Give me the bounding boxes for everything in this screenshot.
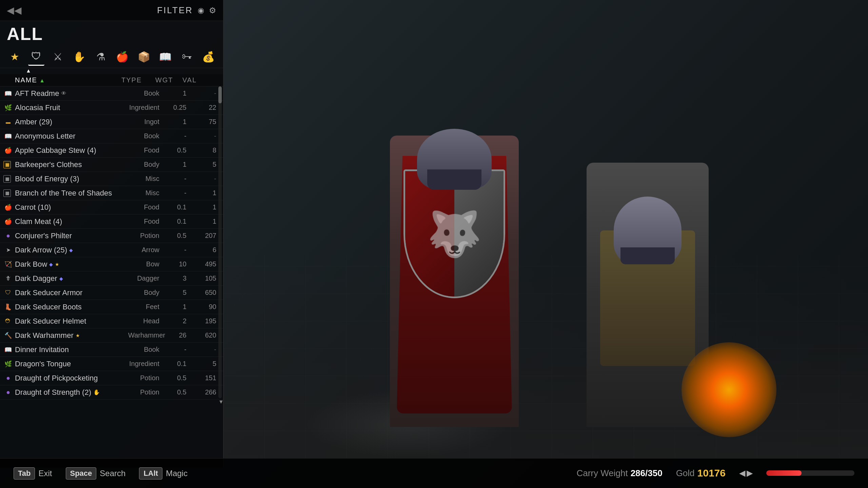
table-row[interactable]: ● Draught of Strength (2) ✋ Potion 0.5 2… bbox=[0, 385, 223, 400]
row-name: Clam Meat (4) bbox=[15, 217, 128, 226]
row-name: Dark Arrow (25) ◆ bbox=[15, 246, 128, 255]
table-row[interactable]: ⛑ Dark Seducer Helmet Head 2 195 bbox=[0, 314, 223, 328]
row-weight: 0.5 bbox=[162, 374, 189, 382]
all-title-text: ALL bbox=[7, 24, 43, 44]
nav-arrows: ◀ ▶ bbox=[739, 468, 753, 478]
cat-magic[interactable]: ✋ bbox=[71, 47, 87, 66]
row-icon-ingredient: 🌿 bbox=[3, 359, 13, 369]
hotkey-tab-group: Tab Exit bbox=[14, 467, 52, 480]
table-row[interactable]: 🌿 Dragon's Tongue Ingredient 0.1 5 bbox=[0, 357, 223, 371]
row-weight: 0.25 bbox=[162, 104, 189, 111]
table-row[interactable]: 🍎 Clam Meat (4) Food 0.1 1 bbox=[0, 215, 223, 229]
row-type: Body bbox=[128, 161, 162, 168]
row-name: Dark Seducer Armor bbox=[15, 288, 128, 297]
row-name: Branch of the Tree of Shades bbox=[15, 189, 128, 198]
table-row[interactable]: ◼ Barkeeper's Clothes Body 1 5 bbox=[0, 158, 223, 172]
row-name: Dragon's Tongue bbox=[15, 360, 128, 368]
cat-keys[interactable]: 🗝 bbox=[179, 47, 195, 66]
row-icon-feet: 👢 bbox=[3, 302, 13, 312]
visor-right bbox=[620, 247, 675, 264]
scrollbar-track[interactable]: ▲ ▼ bbox=[218, 86, 222, 398]
row-icon-potion: ● bbox=[3, 388, 13, 397]
row-icon-arrow: ➤ bbox=[3, 245, 13, 255]
row-name: Barkeeper's Clothes bbox=[15, 160, 128, 169]
carry-weight-display: Carry Weight 286/350 bbox=[576, 468, 662, 479]
row-value: 75 bbox=[189, 118, 216, 126]
th-weight: WGT bbox=[155, 76, 182, 84]
row-icon-food: 🍎 bbox=[3, 203, 13, 212]
gold-display: Gold 10176 bbox=[676, 467, 726, 479]
characters-area: 🐺 bbox=[224, 0, 868, 468]
cat-books[interactable]: 📖 bbox=[157, 47, 173, 66]
row-value: 495 bbox=[189, 260, 216, 268]
row-icon-food: 🍎 bbox=[3, 217, 13, 226]
table-row[interactable]: 📖 AFT Readme 👁 Book 1 - bbox=[0, 86, 223, 101]
table-row[interactable]: 🌿 Alocasia Fruit Ingredient 0.25 22 bbox=[0, 101, 223, 115]
table-row[interactable]: 📖 Anonymous Letter Book - - bbox=[0, 129, 223, 143]
row-name: Blood of Energy (3) bbox=[15, 175, 128, 183]
row-icon-dagger: 🗡 bbox=[3, 274, 13, 283]
space-key[interactable]: Space bbox=[66, 467, 97, 480]
row-name: AFT Readme 👁 bbox=[15, 89, 128, 98]
nav-left-arrow[interactable]: ◀ bbox=[739, 468, 745, 478]
lalt-key[interactable]: LAlt bbox=[139, 467, 162, 480]
tab-key[interactable]: Tab bbox=[14, 467, 35, 480]
row-value: 105 bbox=[189, 274, 216, 282]
scrollbar-thumb[interactable] bbox=[218, 86, 222, 103]
row-value: 1 bbox=[189, 218, 216, 225]
row-name: Carrot (10) bbox=[15, 203, 128, 212]
inventory-panel: ◀◀ FILTER ◉ ⚙ ALL ★ 🛡 ⚔ ✋ ⚗ 🍎 📦 📖 🗝 💰 ▲ … bbox=[0, 0, 224, 468]
cat-misc[interactable]: 📦 bbox=[136, 47, 152, 66]
table-row[interactable]: 🍎 Apple Cabbage Stew (4) Food 0.5 8 bbox=[0, 143, 223, 158]
row-weight: - bbox=[162, 346, 189, 353]
gold-label: Gold bbox=[676, 468, 695, 479]
table-row[interactable]: 🏹 Dark Bow ◆ ★ Bow 10 495 bbox=[0, 257, 223, 271]
filter-label: FILTER bbox=[157, 5, 193, 16]
cat-food[interactable]: 🍎 bbox=[114, 47, 130, 66]
row-value: 1 bbox=[189, 189, 216, 197]
row-type: Bow bbox=[128, 260, 162, 268]
visor bbox=[427, 169, 481, 190]
row-name: Amber (29) bbox=[15, 118, 128, 126]
table-row[interactable]: 🔨 Dark Warhammer ★ Warhammer 26 620 bbox=[0, 328, 223, 343]
row-value: 195 bbox=[189, 317, 216, 325]
nav-right-arrow[interactable]: ▶ bbox=[747, 468, 753, 478]
cat-weapons[interactable]: ⚔ bbox=[50, 47, 66, 66]
cat-potions[interactable]: ⚗ bbox=[93, 47, 109, 66]
table-row[interactable]: 📖 Dinner Invitation Book - - bbox=[0, 343, 223, 357]
th-type: TYPE bbox=[121, 76, 155, 84]
row-value: 1 bbox=[189, 203, 216, 211]
active-cat-indicator: ▲ bbox=[0, 68, 223, 74]
scrollbar-down-arrow[interactable]: ▼ bbox=[218, 399, 223, 405]
diamond-icon: ◆ bbox=[49, 262, 53, 267]
table-row[interactable]: ◼ Blood of Energy (3) Misc - - bbox=[0, 172, 223, 186]
row-icon-potion: ● bbox=[3, 231, 13, 241]
row-weight: 26 bbox=[162, 331, 189, 339]
cat-gold[interactable]: 💰 bbox=[200, 47, 216, 66]
row-weight: 1 bbox=[162, 118, 189, 126]
row-icon-food: 🍎 bbox=[3, 146, 13, 155]
table-row[interactable]: 🗡 Dark Dagger ◆ Dagger 3 105 bbox=[0, 271, 223, 286]
table-row[interactable]: 👢 Dark Seducer Boots Feet 1 90 bbox=[0, 300, 223, 314]
row-weight: 0.5 bbox=[162, 232, 189, 240]
row-type: Food bbox=[128, 146, 162, 154]
row-value: 151 bbox=[189, 374, 216, 382]
row-value: 8 bbox=[189, 146, 216, 154]
row-name: Draught of Pickpocketing bbox=[15, 374, 128, 383]
table-row[interactable]: 🍎 Carrot (10) Food 0.1 1 bbox=[0, 200, 223, 215]
row-weight: 1 bbox=[162, 89, 189, 97]
table-row[interactable]: ▬ Amber (29) Ingot 1 75 bbox=[0, 115, 223, 129]
table-row[interactable]: ◼ Branch of the Tree of Shades Misc - 1 bbox=[0, 186, 223, 200]
sort-indicator: ▲ bbox=[37, 78, 45, 83]
table-row[interactable]: ● Conjurer's Philter Potion 0.5 207 bbox=[0, 229, 223, 243]
table-row[interactable]: ● Draught of Pickpocketing Potion 0.5 15… bbox=[0, 371, 223, 385]
cat-armor[interactable]: 🛡 bbox=[28, 47, 44, 66]
table-row[interactable]: 🛡 Dark Seducer Armor Body 5 650 bbox=[0, 286, 223, 300]
settings-icon[interactable]: ⚙ bbox=[209, 6, 216, 15]
filter-icon[interactable]: ◉ bbox=[198, 6, 204, 15]
row-name: Conjurer's Philter bbox=[15, 231, 128, 240]
row-type: Potion bbox=[128, 388, 162, 396]
carry-label: Carry Weight bbox=[576, 468, 628, 479]
cat-favorites[interactable]: ★ bbox=[7, 47, 23, 66]
table-row[interactable]: ➤ Dark Arrow (25) ◆ Arrow - 6 bbox=[0, 243, 223, 257]
